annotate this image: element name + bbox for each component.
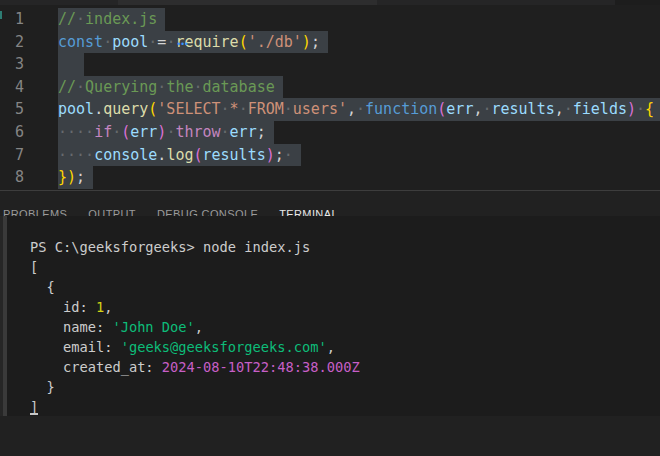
terminal-token: , [195, 319, 203, 335]
code-token: function [365, 100, 437, 118]
code-token: err [130, 123, 157, 141]
code-token: · [112, 123, 121, 141]
code-token: ···· [58, 146, 94, 164]
code-token: 'SELECT [157, 100, 220, 118]
code-token: results [492, 100, 555, 118]
selection-highlight: //·index.js [58, 8, 165, 31]
terminal-token: , [104, 299, 112, 315]
terminal-token: { [30, 279, 55, 295]
code-token: Querying [85, 78, 157, 96]
line-number: 7 [0, 144, 24, 167]
code-token: the [166, 78, 193, 96]
selection-highlight: ····if·(err)·throw·err; [58, 121, 274, 144]
code-line[interactable]: 7····console.log(results);· [0, 144, 660, 167]
code-token: console [94, 146, 157, 164]
code-token: · [221, 123, 230, 141]
code-line[interactable]: 6····if·(err)·throw·err; [0, 121, 660, 144]
terminal-line: } [30, 377, 660, 397]
terminal-token: 'geeks@geeksforgeeks.com' [121, 339, 327, 355]
code-token: · [103, 33, 112, 51]
terminal-line: [ [30, 257, 660, 277]
code-line[interactable]: 1//·index.js [0, 8, 660, 31]
selection-highlight [58, 53, 84, 76]
terminal-token: [ [30, 259, 38, 275]
code-token: pool [112, 33, 148, 51]
line-number: 5 [0, 98, 24, 121]
line-number: 8 [0, 166, 24, 189]
code-line[interactable]: 5pool.query('SELECT·*·FROM·users',·funct… [0, 98, 660, 121]
code-token: results [203, 146, 266, 164]
code-token: { [645, 100, 654, 118]
code-token: · [636, 100, 645, 118]
terminal-token: id: [30, 299, 96, 315]
code-token: ( [121, 123, 130, 141]
code-token: ; [311, 33, 320, 51]
code-token: · [482, 100, 491, 118]
code-line[interactable]: 4//·Querying·the·database [0, 76, 660, 99]
code-token: ) [627, 100, 636, 118]
code-line[interactable]: 8}); [0, 166, 660, 189]
code-token: , [555, 100, 564, 118]
code-token: pool [58, 100, 94, 118]
code-token: · [148, 33, 157, 51]
line-number: 3 [0, 53, 24, 76]
terminal-line: PS C:\geeksforgeeks> node index.js [30, 237, 660, 257]
code-token: database [203, 78, 275, 96]
code-token: · [356, 100, 365, 118]
terminal-token: 2024-08-10T22:48:38.000Z [162, 359, 360, 375]
code-token: ; [76, 168, 85, 186]
terminal-token: 'John Doe' [112, 319, 194, 335]
line-number: 6 [0, 121, 24, 144]
selection-highlight: ····console.log(results);· [58, 144, 301, 167]
code-area[interactable]: 1//·index.js2const·pool·=·require('./db'… [0, 5, 660, 189]
terminal-cursor-token: ] [30, 397, 38, 415]
code-token: ) [266, 146, 275, 164]
terminal-output[interactable]: PS C:\geeksforgeeks> node index.js[ { id… [0, 216, 660, 416]
terminal-token: email: [30, 339, 121, 355]
terminal-line: id: 1, [30, 297, 660, 317]
code-editor[interactable]: 1//·index.js2const·pool·=·require('./db'… [0, 5, 660, 190]
code-token: · [284, 100, 293, 118]
code-token: · [221, 100, 230, 118]
code-token: ···· [58, 123, 94, 141]
code-token: users' [293, 100, 347, 118]
code-token: · [193, 78, 202, 96]
code-token: err [446, 100, 473, 118]
terminal-line: email: 'geeks@geeksforgeeks.com', [30, 337, 660, 357]
code-token: './db' [248, 33, 302, 51]
code-token: FROM [248, 100, 284, 118]
code-token: // [58, 10, 76, 28]
terminal-line: created_at: 2024-08-10T22:48:38.000Z [30, 357, 660, 377]
line-number: 4 [0, 76, 24, 99]
code-token: ( [193, 146, 202, 164]
terminal-lines: PS C:\geeksforgeeks> node index.js[ { id… [30, 237, 660, 416]
code-token: } [58, 168, 67, 186]
terminal-line: { [30, 277, 660, 297]
code-token: query [103, 100, 148, 118]
code-token: ( [437, 100, 446, 118]
code-token: · [284, 146, 293, 164]
code-line[interactable]: 2const·pool·=·require('./db'); [0, 31, 660, 54]
code-token: ) [67, 168, 76, 186]
terminal-token: PS C:\geeksforgeeks> node index.js [30, 239, 310, 255]
code-token: fields [573, 100, 627, 118]
code-token: ( [239, 33, 248, 51]
code-token: , [347, 100, 356, 118]
terminal-line: name: 'John Doe', [30, 317, 660, 337]
code-token: const [58, 33, 103, 51]
code-token: // [58, 78, 76, 96]
code-token: * [230, 100, 239, 118]
code-token: ( [148, 100, 157, 118]
selection-highlight: //·Querying·the·database [58, 76, 283, 99]
code-token: · [564, 100, 573, 118]
terminal-token: name: [30, 319, 112, 335]
code-token: · [239, 100, 248, 118]
selection-highlight: }); [58, 166, 93, 189]
code-token: err [230, 123, 257, 141]
terminal-token: , [327, 339, 335, 355]
code-token: ; [257, 123, 266, 141]
terminal-token: 1 [96, 299, 104, 315]
code-line[interactable]: 3 [0, 53, 660, 76]
code-token: · [76, 78, 85, 96]
code-token: ) [302, 33, 311, 51]
